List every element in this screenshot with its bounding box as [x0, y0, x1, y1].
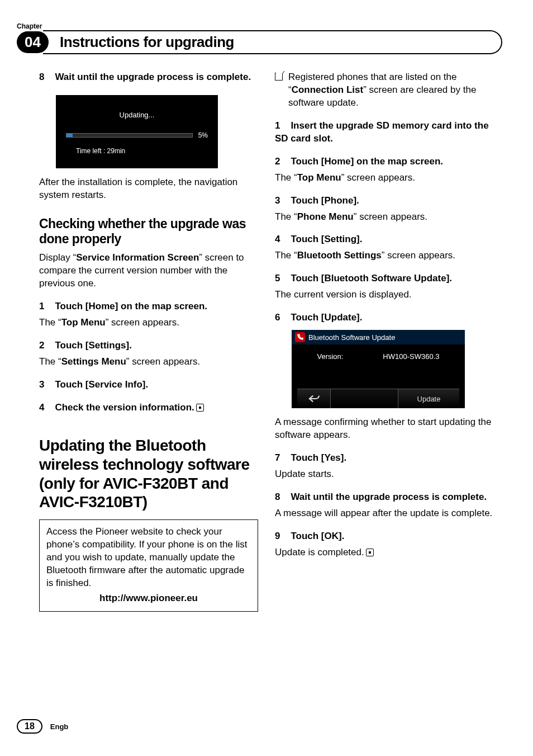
r-step-3: 3 Touch [Phone]. — [275, 195, 494, 207]
check-intro: Display “Service Information Screen” scr… — [39, 252, 258, 290]
bt-version-label: Version: — [317, 352, 343, 361]
progress-fill — [66, 134, 73, 137]
progress-percent: 5% — [198, 131, 208, 139]
chapter-title-wrap: Instructions for upgrading — [43, 30, 502, 54]
heading-check-upgrade: Checking whether the upgrade was done pr… — [39, 216, 258, 247]
note-body: Access the Pioneer website to check your… — [46, 526, 251, 590]
back-arrow-icon — [308, 394, 320, 403]
bt-title-row: Bluetooth Software Update — [292, 330, 465, 344]
bt-app-icon — [295, 332, 305, 342]
progress-bar — [66, 133, 193, 138]
step-4: 4 Check the version information. — [39, 401, 258, 414]
step-num: 8 — [39, 72, 44, 82]
screenshot-bluetooth: Bluetooth Software Update Version: HW100… — [292, 330, 465, 408]
end-icon — [366, 549, 374, 556]
screenshot-updating: Updating... 5% Time left : 29min — [56, 95, 218, 168]
r-step-2-desc: The “Top Menu” screen appears. — [275, 172, 494, 185]
bt-title: Bluetooth Software Update — [308, 333, 395, 342]
r-step-1: 1 Insert the upgrade SD memory card into… — [275, 120, 494, 145]
r-step-8-desc: A message will appear after the update i… — [275, 507, 494, 520]
back-button[interactable] — [297, 389, 331, 408]
time-left: Time left : 29min — [76, 147, 208, 155]
r-step-9-desc: Update is completed. — [275, 546, 494, 559]
heading-bluetooth: Updating the Bluetooth wireless technolo… — [39, 436, 258, 511]
note-icon — [275, 73, 283, 81]
r-step-4-desc: The “Bluetooth Settings” screen appears. — [275, 249, 494, 262]
page-number: 18 — [17, 719, 42, 734]
chapter-header: 04 Instructions for upgrading — [17, 30, 502, 54]
step-2: 2 Touch [Settings]. — [39, 339, 258, 352]
step-3: 3 Touch [Service Info]. — [39, 379, 258, 391]
bt-version-value: HW100-SW360.3 — [383, 352, 439, 361]
step-1-desc: The “Top Menu” screen appears. — [39, 316, 258, 329]
r-step-6: 6 Touch [Update]. — [275, 311, 494, 324]
r-step-6-desc: A message confirming whether to start up… — [275, 416, 494, 442]
r-step-3-desc: The “Phone Menu” screen appears. — [275, 211, 494, 224]
step-text: Wait until the upgrade process is comple… — [55, 72, 251, 82]
right-column: Registered phones that are listed on the… — [275, 71, 494, 612]
r-step-2: 2 Touch [Home] on the map screen. — [275, 155, 494, 168]
step-8: 8 Wait until the upgrade process is comp… — [39, 71, 258, 84]
r-step-7: 7 Touch [Yes]. — [275, 452, 494, 465]
note-bullet: Registered phones that are listed on the… — [275, 71, 494, 110]
r-step-9: 9 Touch [OK]. — [275, 530, 494, 543]
r-step-8: 8 Wait until the upgrade process is comp… — [275, 491, 494, 504]
note-url: http://www.pioneer.eu — [46, 592, 251, 605]
r-step-5-desc: The current version is displayed. — [275, 289, 494, 301]
updating-label: Updating... — [66, 111, 208, 119]
after-install-text: After the installation is complete, the … — [39, 176, 258, 202]
footer: 18 Engb — [17, 719, 68, 734]
bullet-text: Registered phones that are listed on the… — [288, 71, 494, 110]
update-button[interactable]: Update — [398, 389, 459, 408]
r-step-4: 4 Touch [Setting]. — [275, 233, 494, 246]
end-icon — [196, 404, 204, 412]
language-code: Engb — [50, 722, 69, 731]
phone-icon — [296, 333, 304, 341]
chapter-label: Chapter — [17, 22, 494, 30]
r-step-5: 5 Touch [Bluetooth Software Update]. — [275, 272, 494, 285]
step-2-desc: The “Settings Menu” screen appears. — [39, 356, 258, 368]
left-column: 8 Wait until the upgrade process is comp… — [39, 71, 258, 612]
note-box: Access the Pioneer website to check your… — [39, 519, 258, 612]
step-1: 1 Touch [Home] on the map screen. — [39, 300, 258, 313]
r-step-7-desc: Update starts. — [275, 468, 494, 481]
chapter-title: Instructions for upgrading — [60, 34, 492, 51]
